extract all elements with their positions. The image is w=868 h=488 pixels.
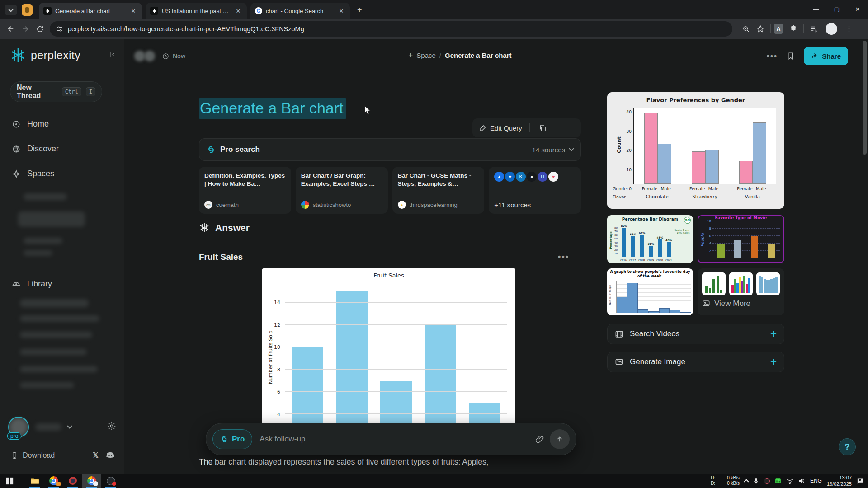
download-label[interactable]: Download (23, 451, 55, 460)
percentage-bar-diagram-image[interactable]: Percentage Bar Diagram GG Percentage Sca… (607, 215, 693, 263)
help-button[interactable]: ? (839, 438, 856, 455)
generate-image-row[interactable]: Generate Image + (607, 352, 784, 372)
reload-button[interactable] (33, 22, 47, 36)
follow-up-bar[interactable]: Pro (206, 423, 576, 455)
clock[interactable]: 13:07 16/02/2025 (827, 474, 852, 488)
settings-gear-icon[interactable] (107, 422, 116, 432)
blurred-thread-item[interactable] (20, 366, 98, 372)
account-row[interactable]: pro (8, 415, 116, 439)
file-explorer-icon[interactable] (25, 474, 44, 488)
more-options-icon[interactable]: ••• (766, 52, 778, 61)
tab-us-inflation[interactable]: US Inflation in the past 10 years ✕ (146, 3, 247, 19)
favourite-day-chart-image[interactable]: A graph to show people's favourite day o… (607, 268, 693, 315)
maximize-button[interactable]: ▢ (826, 0, 847, 18)
edit-query-button[interactable]: Edit Query (490, 124, 522, 132)
ask-follow-up-input[interactable] (259, 435, 535, 444)
browser-menu-icon[interactable] (842, 22, 856, 36)
bookmark-icon[interactable] (787, 52, 795, 60)
share-label: Share (822, 52, 841, 60)
source-card[interactable]: Bar Chart - GCSE Maths - Steps, Examples… (392, 167, 485, 214)
sidebar-item-home[interactable]: Home (12, 119, 49, 129)
more-sources-card[interactable]: ▲✦K●H♥ +11 sources (489, 167, 581, 214)
blurred-thread-item[interactable] (20, 315, 99, 322)
sidebar-item-label: Discover (27, 144, 59, 154)
obs-icon[interactable] (101, 474, 120, 488)
chrome-active-icon[interactable] (82, 474, 101, 488)
breadcrumb-space[interactable]: Space (416, 52, 436, 59)
url-bar[interactable]: perplexity.ai/search/how-to-generate-a-c… (50, 21, 732, 37)
tab-generate-bar-chart[interactable]: Generate a Bar chart ✕ (39, 3, 142, 19)
view-more-tile[interactable]: View More (698, 268, 784, 315)
flavor-chart-image[interactable]: Flavor Preferences by Gender Count 01020… (607, 92, 784, 209)
performance-monitor-icon[interactable] (775, 478, 781, 484)
tab-close-icon[interactable]: ✕ (129, 7, 137, 15)
zoom-icon[interactable] (739, 22, 753, 36)
sidebar-item-discover[interactable]: Discover (12, 144, 59, 154)
tab-close-icon[interactable]: ✕ (234, 7, 242, 15)
section-menu-icon[interactable]: ••• (558, 252, 569, 262)
language-indicator[interactable]: ENG (810, 478, 822, 484)
tray-expand-icon[interactable] (745, 478, 748, 483)
source-card[interactable]: Definition, Examples, Types | How to Mak… (199, 167, 291, 214)
tab-search-button[interactable] (5, 5, 17, 15)
collapse-sidebar-icon[interactable] (108, 51, 117, 61)
start-button[interactable] (0, 474, 19, 488)
favorite-movie-chart-image[interactable]: Favorite Type of Movie People 246810 (698, 215, 784, 263)
blurred-thread-item[interactable] (18, 211, 85, 227)
search-videos-row[interactable]: Search Videos + (607, 324, 784, 344)
sidebar-item-library[interactable]: Library (12, 279, 52, 289)
pinned-extension-icon[interactable] (22, 4, 33, 16)
reading-list-icon[interactable] (807, 22, 821, 36)
blurred-thread-item[interactable] (20, 332, 92, 338)
blurred-thread-item[interactable] (20, 299, 89, 307)
blurred-thread-item[interactable] (24, 250, 52, 256)
bookmark-star-icon[interactable] (753, 22, 768, 36)
blurred-thread-item[interactable] (20, 349, 87, 355)
folder-icon (30, 477, 39, 484)
copy-icon[interactable] (539, 124, 547, 132)
new-tab-button[interactable]: + (357, 5, 362, 15)
recording-app-icon[interactable] (764, 478, 770, 484)
red-ring-app-icon[interactable] (63, 474, 82, 488)
new-thread-button[interactable]: New Thread Ctrl I (10, 81, 102, 102)
wifi-icon[interactable] (786, 478, 793, 484)
user-avatar[interactable]: pro (8, 417, 29, 437)
add-image-icon[interactable]: + (770, 357, 777, 367)
plus-icon[interactable]: + (408, 51, 413, 60)
profile-avatar[interactable] (826, 23, 837, 35)
source-card[interactable]: Bar Chart / Bar Graph: Examples, Excel S… (296, 167, 388, 214)
tab-close-icon[interactable]: ✕ (337, 7, 345, 15)
chevron-down-icon (569, 146, 574, 151)
microphone-icon[interactable] (753, 478, 759, 484)
minimize-button[interactable]: — (806, 0, 826, 18)
attach-icon[interactable] (535, 435, 544, 444)
x-twitter-icon[interactable]: 𝕏 (93, 451, 99, 460)
site-info-icon[interactable] (56, 25, 63, 33)
notification-center-icon[interactable] (857, 478, 863, 484)
close-button[interactable]: ✕ (847, 0, 868, 18)
submit-button[interactable] (550, 429, 570, 449)
sidebar-item-spaces[interactable]: Spaces (12, 169, 54, 178)
chevron-down-icon[interactable] (68, 426, 71, 428)
edit-icon (479, 124, 486, 132)
blurred-thread-item[interactable] (24, 193, 67, 200)
extensions-puzzle-icon[interactable] (786, 22, 801, 36)
back-button[interactable] (4, 22, 18, 36)
sources-count[interactable]: 14 sources (532, 146, 573, 154)
add-videos-icon[interactable]: + (770, 328, 777, 339)
forward-button[interactable] (18, 22, 33, 36)
perplexity-logo[interactable]: perplexity (10, 47, 80, 63)
breadcrumb-current: Generate a Bar chart (445, 52, 512, 59)
pro-toggle[interactable]: Pro (212, 429, 252, 449)
extension-a-icon[interactable]: A (774, 24, 783, 34)
volume-icon[interactable] (798, 478, 805, 484)
blurred-thread-item[interactable] (24, 238, 62, 244)
mouse-cursor (363, 105, 372, 116)
tab-google-search[interactable]: G chart - Google Search ✕ (250, 3, 350, 19)
page-scrollbar[interactable] (863, 41, 867, 155)
chrome-profile1-icon[interactable] (44, 474, 63, 488)
share-button[interactable]: Share (804, 47, 848, 65)
discord-icon[interactable] (106, 452, 115, 459)
pro-search-card[interactable]: Pro search 14 sources (199, 138, 581, 161)
blurred-thread-item[interactable] (20, 382, 74, 388)
